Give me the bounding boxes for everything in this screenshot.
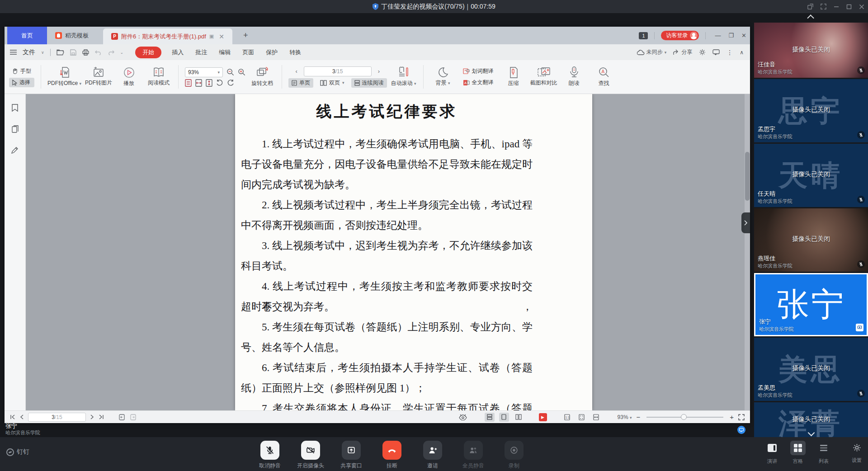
next-view-icon[interactable] [130,414,137,420]
share-window-button[interactable]: 共享窗口 [337,441,365,470]
zoom-in-icon[interactable] [238,68,245,76]
print-icon[interactable] [82,49,89,56]
previous-page-icon[interactable]: ‹ [292,68,300,75]
document-viewport[interactable]: 线上考试纪律要求 1. 线上考试过程中，考生须确保考试用电脑、手机、ipad 等… [26,94,750,410]
fit-page-status-icon[interactable] [577,413,587,422]
participant-tile[interactable]: 美思 摄像头已关闭 孟美思 哈尔滨音乐学院 [754,338,868,401]
prev-page-icon[interactable] [20,414,24,419]
vertical-scrollbar[interactable] [745,94,750,410]
zoom-in-status-icon[interactable]: + [730,413,734,421]
list-view-button[interactable]: 列表 [814,441,834,465]
read-aloud-button[interactable]: 朗读 [561,66,587,87]
menu-file[interactable]: 文件 [23,48,35,57]
background-button[interactable]: 背景 ▾ [430,67,456,87]
double-page-button[interactable]: 双页 ▾ [317,78,348,88]
account-badge[interactable]: 1 [639,32,648,39]
eye-protect-icon[interactable] [458,414,467,420]
bookmark-icon[interactable] [12,104,18,112]
fit-width-status-icon[interactable] [591,413,601,422]
menu-start-active[interactable]: 开始 [135,47,161,58]
rotate-right-icon[interactable] [227,79,234,86]
full-translate-button[interactable]: A 全文翻译 [460,78,497,87]
more-tools-caret-icon[interactable]: ⌄ [120,50,124,55]
guest-login-button[interactable]: 访客登录 [661,31,699,40]
menu-edit[interactable]: 编辑 [213,48,236,57]
rotate-left-icon[interactable] [216,79,223,86]
participant-tile[interactable]: 摄像头已关闭 汪佳音 哈尔滨音乐学院 [754,23,868,78]
chat-bubble-icon[interactable] [737,426,745,434]
wps-minimize-icon[interactable]: — [715,32,721,39]
maximize-icon[interactable] [846,4,852,9]
status-single-page-icon[interactable] [499,413,509,422]
more-menu-icon[interactable]: ⋮ [726,49,733,56]
menu-convert[interactable]: 转换 [283,48,307,57]
new-tab-button[interactable]: + [239,31,253,40]
settings-button[interactable]: 设置 [850,441,863,464]
tab-home[interactable]: 首页 [7,27,47,44]
scroll-down-button[interactable] [754,430,868,435]
zoom-slider[interactable] [646,417,723,418]
status-continuous-icon[interactable] [485,413,495,422]
participant-tile[interactable]: 思宇 摄像头已关闭 孟思宇 哈尔滨音乐学院 [754,79,868,142]
menu-insert[interactable]: 插入 [166,48,189,57]
first-page-icon[interactable] [10,414,15,419]
pdf-to-office-button[interactable]: PDF转Office ▾ [47,66,81,87]
single-page-button[interactable]: 单页 [288,78,313,88]
redo-icon[interactable] [108,50,114,55]
participant-tile[interactable]: 摄像头已关闭 燕瑶佳 哈尔滨音乐学院 [754,208,868,272]
play-button[interactable]: 播放 [116,67,142,87]
pdf-to-image-button[interactable]: PDF转图片 [85,67,112,87]
feedback-icon[interactable] [712,49,720,55]
menu-annotate[interactable]: 批注 [189,48,213,57]
next-page-icon[interactable] [90,414,94,419]
actual-size-icon[interactable]: 1:1 [562,413,572,422]
status-page-box[interactable]: 3/15 [28,413,86,422]
hamburger-menu-icon[interactable] [10,50,17,55]
invite-button[interactable]: 邀请 [419,441,447,470]
zoom-out-status-icon[interactable]: − [636,413,640,421]
camera-on-button[interactable]: 开启摄像头 [297,441,325,470]
settings-gear-icon[interactable] [699,49,706,56]
wps-restore-icon[interactable]: ❐ [728,32,734,39]
last-page-icon[interactable] [99,414,104,419]
zoom-out-icon[interactable] [226,68,234,76]
record-button[interactable]: 录制 [500,441,528,470]
minimize-icon[interactable] [834,4,839,9]
close-icon[interactable] [859,4,864,9]
status-zoom-value[interactable]: 93% ▾ [618,414,632,420]
fullscreen-status-icon[interactable] [738,414,745,420]
menu-protect[interactable]: 保护 [260,48,283,57]
find-button[interactable]: A 查找 [591,67,617,87]
select-tool-button[interactable]: 选择 [9,78,34,87]
collapse-ribbon-icon[interactable]: ∧ [740,49,744,56]
tab-close-icon[interactable]: ✕ [219,33,224,40]
continuous-read-button[interactable]: 连续阅读 [351,78,387,88]
status-double-page-icon[interactable] [514,413,524,422]
read-mode-button[interactable]: 阅读模式 [146,67,172,87]
zoom-slider-knob[interactable] [681,414,687,420]
tab-document[interactable]: P 附件6：期末考试考生手册(1).pdf ▣ ✕ [103,28,232,44]
auto-scroll-button[interactable]: 自动滚动 ▾ [391,66,417,87]
undo-icon[interactable] [95,50,102,55]
rotate-document-button[interactable]: 旋转文档 [249,66,275,87]
mute-all-button[interactable]: 全员静音 [459,441,487,470]
snapshot-compare-button[interactable]: 截图和对比 [530,67,557,87]
fullscreen-icon[interactable] [821,4,826,9]
page-number-box[interactable]: 3/15 [304,66,372,76]
zoom-combobox[interactable]: 93%▾ [185,67,223,77]
share-button[interactable]: 分享 [673,48,692,56]
fit-width-icon[interactable] [195,79,202,87]
fit-height-icon[interactable] [206,79,212,87]
tab-templates[interactable]: 稻壳模板 [47,27,97,44]
wps-close-icon[interactable]: ✕ [741,32,746,39]
popout-icon[interactable] [807,4,813,9]
cloud-sync-button[interactable]: 未同步 ▾ [637,48,667,56]
word-translate-button[interactable]: 划词翻译 [460,66,497,76]
open-folder-icon[interactable] [57,49,64,56]
unmute-button[interactable]: 取消静音 [256,441,284,470]
menu-page[interactable]: 页面 [236,48,260,57]
participant-tile[interactable]: 天晴 摄像头已关闭 任天晴 哈尔滨音乐学院 [754,144,868,207]
compress-button[interactable]: 压缩 [500,67,527,87]
hand-tool-button[interactable]: 手型 [9,66,34,76]
speaker-view-button[interactable]: 演讲 [762,441,782,465]
